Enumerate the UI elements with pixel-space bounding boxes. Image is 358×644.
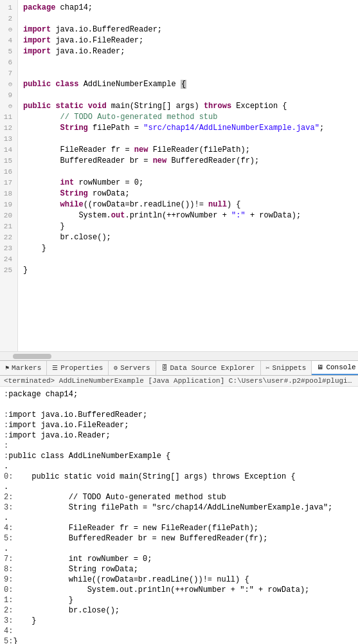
code-line-5: import java.io.Reader; bbox=[23, 46, 353, 57]
snippets-tab-icon: ✂ bbox=[266, 364, 270, 372]
line-number-19: 19 bbox=[1, 199, 15, 210]
code-line-23: } bbox=[23, 243, 353, 254]
console-area: <terminated> AddLineNumberExample [Java … bbox=[0, 376, 358, 644]
code-line-14: FileReader fr = new FileReader(filePath)… bbox=[23, 145, 353, 156]
line-number-7: 7 bbox=[1, 68, 15, 79]
console-header: <terminated> AddLineNumberExample [Java … bbox=[0, 376, 358, 387]
console-line-14: 5: BufferedReader br = new BufferedReade… bbox=[4, 533, 354, 544]
properties-tab-icon: ☰ bbox=[52, 364, 58, 372]
console-line-17: 8: String rowData; bbox=[4, 564, 354, 575]
collapse-marker-10[interactable]: ⊖ bbox=[8, 103, 12, 110]
code-line-15: BufferedReader br = new BufferedReader(f… bbox=[23, 156, 353, 167]
line-number-20: 20 bbox=[1, 210, 15, 221]
console-line-2: :import java.io.BufferedReader; bbox=[4, 410, 354, 420]
console-line-22: 3: } bbox=[4, 616, 354, 626]
code-content[interactable]: package chap14; import java.io.BufferedR… bbox=[18, 0, 358, 351]
data-source-tab-icon: 🗄 bbox=[161, 364, 168, 372]
console-line-20: 1: } bbox=[4, 595, 354, 605]
code-line-12: String filePath = "src/chap14/AddLineNum… bbox=[23, 123, 353, 134]
line-number-14: 14 bbox=[1, 145, 15, 156]
line-number-13: 13 bbox=[1, 134, 15, 145]
line-number-22: 22 bbox=[1, 232, 15, 243]
console-tab-label: Console bbox=[326, 363, 355, 371]
console-line-16: 7: int rowNumber = 0; bbox=[4, 554, 354, 564]
line-number-2: 2 bbox=[1, 14, 15, 24]
code-line-25: } bbox=[23, 265, 353, 276]
code-line-22: br.close(); bbox=[23, 232, 353, 243]
console-line-13: 4: FileReader fr = new FileReader(filePa… bbox=[4, 523, 354, 533]
data-source-tab-label: Data Source Explorer bbox=[170, 364, 255, 372]
servers-tab-icon: ⚙ bbox=[114, 364, 118, 372]
console-line-11: 3: String filePath = "src/chap14/AddLine… bbox=[4, 502, 354, 513]
line-number-4: 4 bbox=[1, 35, 15, 46]
code-line-17: int rowNumber = 0; bbox=[23, 178, 353, 189]
code-line-13 bbox=[23, 134, 353, 145]
markers-tab-label: Markers bbox=[12, 364, 41, 372]
code-container: 12⊖4567⊖9⊖111213141516171819202122232425… bbox=[0, 0, 358, 351]
line-number-16: 16 bbox=[1, 167, 15, 178]
console-line-6: :public class AddLineNumberExample { bbox=[4, 451, 354, 461]
properties-tab-label: Properties bbox=[60, 364, 103, 372]
line-number-10: ⊖ bbox=[1, 101, 15, 112]
console-line-12: . bbox=[4, 513, 354, 523]
console-line-8: 0: public static void main(String[] args… bbox=[4, 472, 354, 482]
tab-console[interactable]: 🖥Console✕ bbox=[312, 361, 358, 375]
line-number-12: 12 bbox=[1, 123, 15, 134]
line-number-6: 6 bbox=[1, 57, 15, 68]
code-line-9 bbox=[23, 90, 353, 101]
tab-properties[interactable]: ☰Properties bbox=[47, 361, 109, 375]
console-tab-icon: 🖥 bbox=[317, 363, 323, 371]
editor-area: 12⊖4567⊖9⊖111213141516171819202122232425… bbox=[0, 0, 358, 360]
console-line-5: : bbox=[4, 441, 354, 451]
console-line-15: . bbox=[4, 544, 354, 554]
tab-servers[interactable]: ⚙Servers bbox=[109, 361, 156, 375]
code-line-2 bbox=[23, 14, 353, 24]
console-line-21: 2: br.close(); bbox=[4, 605, 354, 616]
line-number-11: 11 bbox=[1, 112, 15, 123]
console-line-23: 4: bbox=[4, 626, 354, 636]
tab-data-source[interactable]: 🗄Data Source Explorer bbox=[156, 361, 261, 375]
console-line-10: 2: // TODO Auto-generated method stub bbox=[4, 492, 354, 502]
code-line-20: System.out.println(++rowNumber + ":" + r… bbox=[23, 210, 353, 221]
markers-tab-icon: ⚑ bbox=[5, 364, 9, 372]
console-line-9: . bbox=[4, 482, 354, 492]
code-line-4: import java.io.FileReader; bbox=[23, 35, 353, 46]
console-line-4: :import java.io.Reader; bbox=[4, 430, 354, 441]
servers-tab-label: Servers bbox=[120, 364, 150, 372]
line-number-5: 5 bbox=[1, 46, 15, 57]
code-line-19: while((rowData=br.readLine())!= null) { bbox=[23, 199, 353, 210]
console-line-7: . bbox=[4, 461, 354, 472]
console-line-19: 0: System.out.println(++rowNumber + ":" … bbox=[4, 585, 354, 595]
line-number-15: 15 bbox=[1, 156, 15, 167]
console-line-0: :package chap14; bbox=[4, 389, 354, 400]
code-line-10: public static void main(String[] args) t… bbox=[23, 101, 353, 112]
line-number-3: ⊖ bbox=[1, 24, 15, 35]
horizontal-scrollbar[interactable] bbox=[0, 351, 358, 360]
scrollbar-thumb[interactable] bbox=[13, 354, 51, 359]
console-line-3: :import java.io.FileReader; bbox=[4, 420, 354, 430]
code-line-6 bbox=[23, 57, 353, 68]
line-numbers: 12⊖4567⊖9⊖111213141516171819202122232425 bbox=[0, 0, 18, 351]
code-line-7 bbox=[23, 68, 353, 79]
code-line-16 bbox=[23, 167, 353, 178]
code-line-8: public class AddLineNumberExample { bbox=[23, 79, 353, 90]
code-line-3: import java.io.BufferedReader; bbox=[23, 24, 353, 35]
code-line-11: // TODO Auto-generated method stub bbox=[23, 112, 353, 123]
code-line-24 bbox=[23, 254, 353, 265]
code-line-18: String rowData; bbox=[23, 189, 353, 199]
code-line-1: package chap14; bbox=[23, 3, 353, 14]
snippets-tab-label: Snippets bbox=[273, 364, 307, 372]
line-number-21: 21 bbox=[1, 221, 15, 232]
tab-markers[interactable]: ⚑Markers bbox=[0, 361, 47, 375]
line-number-8: ⊖ bbox=[1, 79, 15, 90]
console-line-18: 9: while((rowData=br.readLine())!= null)… bbox=[4, 575, 354, 585]
tab-snippets[interactable]: ✂Snippets bbox=[261, 361, 312, 375]
collapse-marker-8[interactable]: ⊖ bbox=[8, 81, 12, 88]
console-line-24: 5:} bbox=[4, 636, 354, 644]
console-line-1 bbox=[4, 400, 354, 410]
line-number-25: 25 bbox=[1, 265, 15, 276]
collapse-marker-3[interactable]: ⊖ bbox=[8, 26, 12, 33]
line-number-23: 23 bbox=[1, 243, 15, 254]
code-line-21: } bbox=[23, 221, 353, 232]
line-number-17: 17 bbox=[1, 178, 15, 189]
